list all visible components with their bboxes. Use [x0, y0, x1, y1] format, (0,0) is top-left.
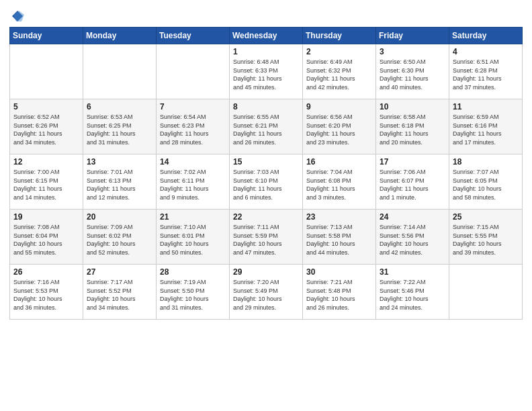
- day-info: Sunrise: 7:03 AM Sunset: 6:10 PM Dayligh…: [233, 168, 300, 201]
- day-info: Sunrise: 7:19 AM Sunset: 5:50 PM Dayligh…: [160, 278, 226, 312]
- calendar-cell: 16Sunrise: 7:04 AM Sunset: 6:08 PM Dayli…: [303, 154, 376, 210]
- day-number: 28: [160, 267, 226, 277]
- calendar-cell: [10, 44, 83, 99]
- day-number: 16: [306, 157, 373, 167]
- calendar-cell: 27Sunrise: 7:17 AM Sunset: 5:52 PM Dayli…: [83, 265, 157, 320]
- day-number: 24: [380, 212, 446, 222]
- weekday-header-sunday: Sunday: [10, 28, 83, 44]
- calendar-cell: 7Sunrise: 6:54 AM Sunset: 6:23 PM Daylig…: [157, 99, 230, 154]
- day-info: Sunrise: 6:52 AM Sunset: 6:26 PM Dayligh…: [13, 113, 80, 146]
- day-info: Sunrise: 7:01 AM Sunset: 6:13 PM Dayligh…: [87, 168, 153, 201]
- svg-marker-1: [13, 11, 24, 21]
- day-info: Sunrise: 7:16 AM Sunset: 5:53 PM Dayligh…: [13, 278, 80, 312]
- weekday-header-row: SundayMondayTuesdayWednesdayThursdayFrid…: [10, 28, 523, 44]
- calendar-cell: 12Sunrise: 7:00 AM Sunset: 6:15 PM Dayli…: [10, 154, 83, 210]
- calendar-cell: 14Sunrise: 7:02 AM Sunset: 6:11 PM Dayli…: [157, 154, 230, 210]
- day-number: 2: [306, 47, 373, 56]
- calendar-table: SundayMondayTuesdayWednesdayThursdayFrid…: [9, 27, 523, 320]
- calendar-cell: [157, 44, 230, 99]
- day-info: Sunrise: 6:54 AM Sunset: 6:23 PM Dayligh…: [160, 113, 226, 146]
- calendar-cell: 18Sunrise: 7:07 AM Sunset: 6:05 PM Dayli…: [449, 154, 523, 210]
- day-number: 19: [13, 212, 80, 222]
- calendar-cell: [449, 265, 523, 320]
- day-number: 7: [160, 102, 226, 111]
- calendar-cell: 21Sunrise: 7:10 AM Sunset: 6:01 PM Dayli…: [157, 210, 230, 265]
- calendar-cell: 20Sunrise: 7:09 AM Sunset: 6:02 PM Dayli…: [83, 210, 157, 265]
- day-info: Sunrise: 6:53 AM Sunset: 6:25 PM Dayligh…: [87, 113, 153, 146]
- day-number: 15: [233, 157, 300, 167]
- day-number: 20: [87, 212, 153, 222]
- day-number: 26: [13, 267, 80, 277]
- weekday-header-friday: Friday: [376, 28, 449, 44]
- calendar-cell: 2Sunrise: 6:49 AM Sunset: 6:32 PM Daylig…: [303, 44, 376, 99]
- day-number: 11: [453, 102, 519, 111]
- calendar-cell: 8Sunrise: 6:55 AM Sunset: 6:21 PM Daylig…: [230, 99, 303, 154]
- weekday-header-thursday: Thursday: [303, 28, 376, 44]
- calendar-cell: 11Sunrise: 6:59 AM Sunset: 6:16 PM Dayli…: [449, 99, 523, 154]
- day-info: Sunrise: 7:00 AM Sunset: 6:15 PM Dayligh…: [13, 168, 80, 201]
- calendar-cell: 24Sunrise: 7:14 AM Sunset: 5:56 PM Dayli…: [376, 210, 449, 265]
- calendar-cell: 15Sunrise: 7:03 AM Sunset: 6:10 PM Dayli…: [230, 154, 303, 210]
- day-number: 22: [233, 212, 300, 222]
- day-info: Sunrise: 7:20 AM Sunset: 5:49 PM Dayligh…: [233, 278, 300, 312]
- day-info: Sunrise: 7:06 AM Sunset: 6:07 PM Dayligh…: [380, 168, 446, 201]
- day-info: Sunrise: 7:15 AM Sunset: 5:55 PM Dayligh…: [453, 223, 519, 257]
- day-info: Sunrise: 6:56 AM Sunset: 6:20 PM Dayligh…: [306, 113, 373, 146]
- calendar-cell: 26Sunrise: 7:16 AM Sunset: 5:53 PM Dayli…: [10, 265, 83, 320]
- day-number: 25: [453, 212, 519, 222]
- day-number: 8: [233, 102, 300, 111]
- day-number: 17: [380, 157, 446, 167]
- day-number: 31: [380, 267, 446, 277]
- calendar-cell: 6Sunrise: 6:53 AM Sunset: 6:25 PM Daylig…: [83, 99, 157, 154]
- weekday-header-tuesday: Tuesday: [157, 28, 230, 44]
- calendar-cell: [83, 44, 157, 99]
- weekday-header-monday: Monday: [83, 28, 157, 44]
- day-number: 6: [87, 102, 153, 111]
- day-info: Sunrise: 7:02 AM Sunset: 6:11 PM Dayligh…: [160, 168, 226, 201]
- calendar-cell: 13Sunrise: 7:01 AM Sunset: 6:13 PM Dayli…: [83, 154, 157, 210]
- calendar-cell: 22Sunrise: 7:11 AM Sunset: 5:59 PM Dayli…: [230, 210, 303, 265]
- day-number: 1: [233, 47, 300, 56]
- day-info: Sunrise: 6:50 AM Sunset: 6:30 PM Dayligh…: [380, 58, 446, 91]
- day-info: Sunrise: 7:13 AM Sunset: 5:58 PM Dayligh…: [306, 223, 373, 257]
- day-number: 27: [87, 267, 153, 277]
- calendar-cell: 31Sunrise: 7:22 AM Sunset: 5:46 PM Dayli…: [376, 265, 449, 320]
- week-row-1: 1Sunrise: 6:48 AM Sunset: 6:33 PM Daylig…: [10, 44, 523, 99]
- day-info: Sunrise: 6:48 AM Sunset: 6:33 PM Dayligh…: [233, 58, 300, 91]
- day-number: 10: [380, 102, 446, 111]
- day-info: Sunrise: 6:49 AM Sunset: 6:32 PM Dayligh…: [306, 58, 373, 91]
- calendar-cell: 4Sunrise: 6:51 AM Sunset: 6:28 PM Daylig…: [449, 44, 523, 99]
- week-row-3: 12Sunrise: 7:00 AM Sunset: 6:15 PM Dayli…: [10, 154, 523, 210]
- day-number: 5: [13, 102, 80, 111]
- logo: [9, 7, 24, 23]
- header: [9, 7, 523, 23]
- day-info: Sunrise: 6:58 AM Sunset: 6:18 PM Dayligh…: [380, 113, 446, 146]
- day-info: Sunrise: 6:51 AM Sunset: 6:28 PM Dayligh…: [453, 58, 519, 91]
- week-row-2: 5Sunrise: 6:52 AM Sunset: 6:26 PM Daylig…: [10, 99, 523, 154]
- calendar-cell: 25Sunrise: 7:15 AM Sunset: 5:55 PM Dayli…: [449, 210, 523, 265]
- day-number: 13: [87, 157, 153, 167]
- day-info: Sunrise: 7:04 AM Sunset: 6:08 PM Dayligh…: [306, 168, 373, 201]
- calendar-cell: 1Sunrise: 6:48 AM Sunset: 6:33 PM Daylig…: [230, 44, 303, 99]
- day-info: Sunrise: 7:22 AM Sunset: 5:46 PM Dayligh…: [380, 278, 446, 312]
- day-info: Sunrise: 7:08 AM Sunset: 6:04 PM Dayligh…: [13, 223, 80, 257]
- calendar-cell: 19Sunrise: 7:08 AM Sunset: 6:04 PM Dayli…: [10, 210, 83, 265]
- day-number: 29: [233, 267, 300, 277]
- day-number: 30: [306, 267, 373, 277]
- day-info: Sunrise: 6:55 AM Sunset: 6:21 PM Dayligh…: [233, 113, 300, 146]
- week-row-5: 26Sunrise: 7:16 AM Sunset: 5:53 PM Dayli…: [10, 265, 523, 320]
- day-number: 23: [306, 212, 373, 222]
- calendar-cell: 28Sunrise: 7:19 AM Sunset: 5:50 PM Dayli…: [157, 265, 230, 320]
- day-info: Sunrise: 7:17 AM Sunset: 5:52 PM Dayligh…: [87, 278, 153, 312]
- day-number: 9: [306, 102, 373, 111]
- calendar-cell: 23Sunrise: 7:13 AM Sunset: 5:58 PM Dayli…: [303, 210, 376, 265]
- calendar-cell: 5Sunrise: 6:52 AM Sunset: 6:26 PM Daylig…: [10, 99, 83, 154]
- day-info: Sunrise: 6:59 AM Sunset: 6:16 PM Dayligh…: [453, 113, 519, 146]
- day-number: 14: [160, 157, 226, 167]
- day-info: Sunrise: 7:11 AM Sunset: 5:59 PM Dayligh…: [233, 223, 300, 257]
- weekday-header-wednesday: Wednesday: [230, 28, 303, 44]
- day-info: Sunrise: 7:14 AM Sunset: 5:56 PM Dayligh…: [380, 223, 446, 257]
- calendar-cell: 10Sunrise: 6:58 AM Sunset: 6:18 PM Dayli…: [376, 99, 449, 154]
- calendar-cell: 3Sunrise: 6:50 AM Sunset: 6:30 PM Daylig…: [376, 44, 449, 99]
- day-info: Sunrise: 7:09 AM Sunset: 6:02 PM Dayligh…: [87, 223, 153, 257]
